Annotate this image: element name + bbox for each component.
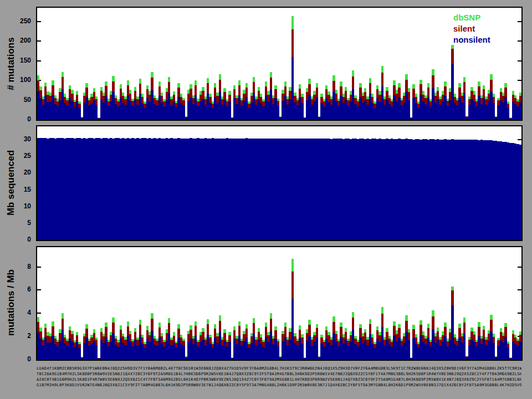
panel-mutation-rate (36, 246, 523, 361)
ytick-label: 25 (0, 152, 31, 160)
xaxis-label-noise-row: A28C0T4B1G6M9H2L5K8D1P4R7W0V3E6N9J2Q5X8Z… (37, 377, 521, 382)
xaxis-label-noise-row: LUAD4T1K8M2C0B5R9G3X7P1W6E0N4J8Q2Z5H9D3V… (37, 366, 521, 371)
mutation-rate-figure: # mutations Mb sequenced mutations / Mb … (0, 0, 532, 399)
ytick-label: 2 (0, 332, 31, 340)
ytick-label: 100 (0, 76, 31, 84)
ytick-label: 50 (0, 96, 31, 104)
mb-sequenced-bars (37, 126, 521, 240)
xaxis-label-noise-row: T0C28A9G1B4M7H2L5K8D0P3R6W9V2E5N8J1Q4X7Z… (37, 371, 521, 377)
mutation-counts-bars (37, 8, 521, 120)
xaxis-sample-labels: LUAD4T1K8M2C0B5R9G3X7P1W6E0N4J8Q2Z5H9D3V… (37, 366, 521, 389)
ytick-label: 20 (0, 168, 31, 176)
xaxis-label-noise-row: G1B7M2H9L0P3K8D1V5R2W7E4N6J0Q3X8Z1C5Y9F2… (37, 382, 521, 388)
ytick-label: 4 (0, 309, 31, 316)
ytick-label: 0 (0, 355, 31, 363)
ytick-label: 6 (0, 285, 31, 293)
ytick-label: 0 (0, 236, 31, 243)
ytick-label: 0 (0, 115, 31, 123)
yaxis-label-mutations-per-mb: mutations / Mb (6, 231, 19, 375)
ytick-label: 15 (0, 186, 31, 193)
ytick-label: 150 (0, 57, 31, 64)
ytick-label: 8 (0, 263, 31, 270)
ytick-label: 5 (0, 219, 31, 227)
legend-item-nonsilent: nonsilent (453, 34, 490, 45)
mutation-rate-bars (37, 247, 521, 360)
panel-mb-sequenced (36, 125, 523, 241)
legend-item-dbsnp: dbSNP (453, 12, 490, 23)
legend-item-silent: silent (453, 23, 490, 34)
legend: dbSNP silent nonsilent (453, 12, 490, 45)
ytick-label: 250 (0, 17, 31, 25)
ytick-label: 200 (0, 37, 31, 44)
ytick-label: 10 (0, 202, 31, 210)
ytick-label: 30 (0, 135, 31, 143)
panel-mutation-counts (36, 7, 523, 121)
